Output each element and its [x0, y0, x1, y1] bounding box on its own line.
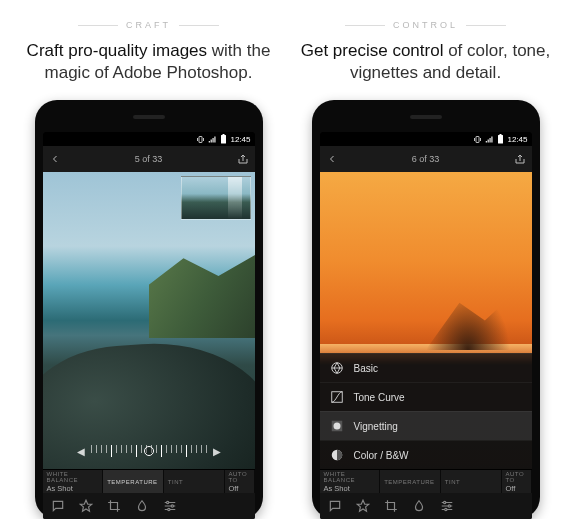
promo-panel-craft: CRAFT Craft pro-quality images with the …: [14, 20, 284, 519]
phone-screen: 12:45 5 of 33 ◀: [43, 132, 255, 519]
tool-color-bw[interactable]: Color / B&W: [320, 440, 532, 469]
back-icon[interactable]: [49, 153, 61, 165]
bottom-toolbar: [320, 493, 532, 519]
drop-icon[interactable]: [135, 499, 149, 513]
vibrate-icon: [196, 135, 205, 144]
svg-point-3: [166, 501, 168, 503]
svg-rect-8: [500, 134, 502, 135]
param-tint[interactable]: TINT: [164, 470, 225, 493]
photo-viewport[interactable]: Basic Tone Curve Vignetting: [320, 172, 532, 469]
signal-icon: [485, 135, 494, 144]
eyebrow: CONTROL: [345, 20, 506, 30]
before-after-overlay[interactable]: [181, 176, 251, 220]
sliders-icon[interactable]: [440, 499, 454, 513]
back-icon[interactable]: [326, 153, 338, 165]
eyebrow: CRAFT: [78, 20, 219, 30]
param-bar: WHITE BALANCE As Shot TEMPERATURE TINT A…: [320, 469, 532, 493]
signal-icon: [208, 135, 217, 144]
photo-counter: 5 of 33: [61, 154, 237, 164]
adjustment-slider[interactable]: ◀ ▶: [43, 441, 255, 461]
svg-point-12: [333, 423, 340, 430]
curve-icon: [330, 390, 344, 404]
status-time: 12:45: [507, 135, 527, 144]
svg-rect-6: [476, 136, 479, 142]
status-bar: 12:45: [43, 132, 255, 146]
photo-counter: 6 of 33: [338, 154, 514, 164]
crop-icon[interactable]: [384, 499, 398, 513]
headline: Get precise control of color, tone, vign…: [291, 40, 561, 84]
svg-point-16: [444, 508, 446, 510]
svg-rect-0: [199, 136, 202, 142]
comment-icon[interactable]: [328, 499, 342, 513]
eyebrow-text: CRAFT: [126, 20, 171, 30]
svg-point-15: [448, 505, 450, 507]
color-bw-icon: [330, 448, 344, 462]
app-bar: 5 of 33: [43, 146, 255, 172]
vibrate-icon: [473, 135, 482, 144]
sliders-icon[interactable]: [163, 499, 177, 513]
tool-vignetting[interactable]: Vignetting: [320, 411, 532, 440]
share-icon[interactable]: [237, 153, 249, 165]
share-icon[interactable]: [514, 153, 526, 165]
battery-icon: [220, 134, 227, 144]
tool-tone-curve[interactable]: Tone Curve: [320, 382, 532, 411]
slider-handle[interactable]: [144, 446, 154, 456]
svg-rect-2: [223, 134, 225, 135]
eyebrow-text: CONTROL: [393, 20, 458, 30]
promo-panel-control: CONTROL Get precise control of color, to…: [291, 20, 561, 519]
tool-basic[interactable]: Basic: [320, 353, 532, 382]
star-icon[interactable]: [356, 499, 370, 513]
phone-frame: 12:45 6 of 33 Basic: [312, 100, 540, 519]
param-temperature[interactable]: TEMPERATURE: [380, 470, 441, 493]
svg-point-5: [167, 508, 169, 510]
crop-icon[interactable]: [107, 499, 121, 513]
param-temperature[interactable]: TEMPERATURE: [103, 470, 164, 493]
status-bar: 12:45: [320, 132, 532, 146]
param-auto[interactable]: AUTO TO Off: [502, 470, 532, 493]
aperture-icon: [330, 361, 344, 375]
phone-screen: 12:45 6 of 33 Basic: [320, 132, 532, 519]
star-icon[interactable]: [79, 499, 93, 513]
slider-arrow-right-icon: ▶: [207, 446, 227, 457]
svg-rect-1: [221, 135, 226, 144]
headline: Craft pro-quality images with the magic …: [14, 40, 284, 84]
svg-rect-7: [498, 135, 503, 144]
svg-point-14: [443, 501, 445, 503]
bottom-toolbar: [43, 493, 255, 519]
status-time: 12:45: [230, 135, 250, 144]
battery-icon: [497, 134, 504, 144]
svg-point-4: [171, 505, 173, 507]
param-white-balance[interactable]: WHITE BALANCE As Shot: [43, 470, 104, 493]
app-bar: 6 of 33: [320, 146, 532, 172]
drop-icon[interactable]: [412, 499, 426, 513]
slider-arrow-left-icon: ◀: [71, 446, 91, 457]
param-auto[interactable]: AUTO TO Off: [225, 470, 255, 493]
tool-panel: Basic Tone Curve Vignetting: [320, 353, 532, 469]
param-tint[interactable]: TINT: [441, 470, 502, 493]
param-white-balance[interactable]: WHITE BALANCE As Shot: [320, 470, 381, 493]
vignette-icon: [330, 419, 344, 433]
phone-frame: 12:45 5 of 33 ◀: [35, 100, 263, 519]
param-bar: WHITE BALANCE As Shot TEMPERATURE TINT A…: [43, 469, 255, 493]
photo-viewport[interactable]: ◀ ▶: [43, 172, 255, 469]
comment-icon[interactable]: [51, 499, 65, 513]
